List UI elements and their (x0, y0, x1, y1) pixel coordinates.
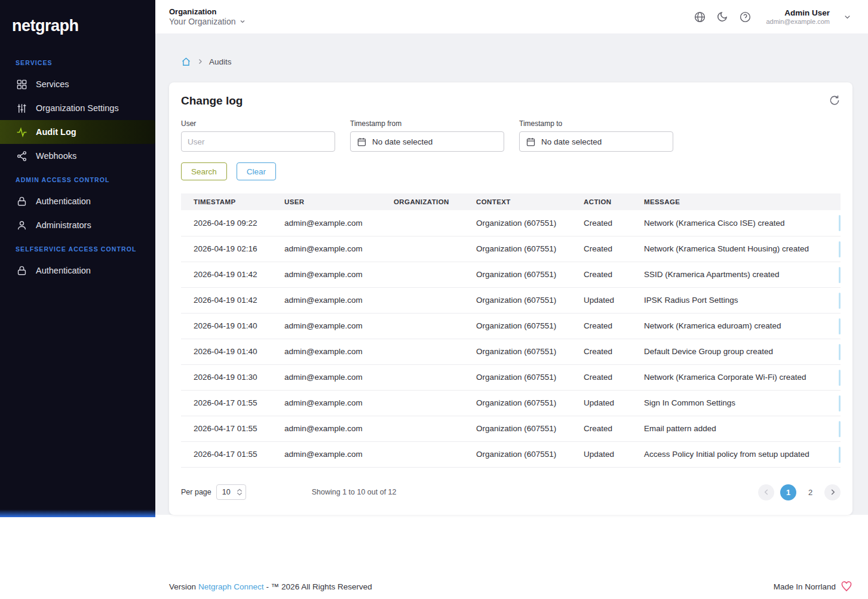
sidebar-item-webhooks[interactable]: Webhooks (0, 144, 155, 168)
audit-table-body: 2026-04-19 09:22 admin@example.com Organ… (181, 210, 841, 467)
cell-organization (381, 287, 464, 313)
cell-action: Updated (571, 287, 631, 313)
clear-button[interactable]: Clear (237, 162, 276, 180)
cell-context: Organization (607551) (464, 313, 571, 339)
dark-mode-moon-icon[interactable] (716, 10, 729, 23)
row-detail-indicator[interactable] (839, 395, 841, 411)
table-row[interactable]: 2026-04-19 01:30 admin@example.com Organ… (181, 364, 841, 390)
row-detail-indicator[interactable] (839, 344, 841, 360)
breadcrumb: Audits (169, 55, 852, 68)
cell-context: Organization (607551) (464, 236, 571, 262)
language-globe-icon[interactable] (693, 10, 706, 23)
activity-icon (16, 126, 27, 138)
sidebar-bottom-glow (0, 509, 155, 517)
cell-timestamp: 2026-04-19 01:42 (181, 287, 272, 313)
cell-timestamp: 2026-04-17 01:55 (181, 390, 272, 416)
sidebar-item-authentication-selfservice[interactable]: Authentication (0, 259, 155, 282)
timestamp-from-input[interactable]: No date selected (350, 131, 504, 152)
cell-context: Organization (607551) (464, 287, 571, 313)
per-page-input-box (216, 484, 246, 500)
sidebar-item-label: Audit Log (36, 127, 76, 137)
sidebar-item-services[interactable]: Services (0, 72, 155, 96)
lock-icon (16, 195, 27, 207)
pagination-next-button[interactable] (824, 484, 841, 500)
sidebar-item-administrators[interactable]: Administrators (0, 213, 155, 237)
cell-timestamp: 2026-04-19 01:40 (181, 313, 272, 339)
user-filter-label: User (181, 119, 335, 128)
home-icon[interactable] (181, 57, 191, 67)
cell-user: admin@example.com (272, 313, 381, 339)
row-detail-indicator[interactable] (839, 241, 841, 257)
chevron-right-icon (829, 488, 837, 496)
sidebar-item-organization-settings[interactable]: Organization Settings (0, 96, 155, 120)
cell-action: Created (571, 416, 631, 441)
pagination-prev-button[interactable] (758, 484, 774, 500)
per-page-input[interactable] (222, 488, 237, 496)
cell-timestamp: 2026-04-19 02:16 (181, 236, 272, 262)
row-detail-indicator[interactable] (839, 215, 841, 231)
sidebar-section-services: SERVICES (0, 51, 155, 72)
share-icon (16, 150, 27, 162)
user-filter-input[interactable] (181, 131, 335, 152)
table-row[interactable]: 2026-04-17 01:55 admin@example.com Organ… (181, 390, 841, 416)
row-detail-indicator[interactable] (839, 267, 841, 283)
cell-context: Organization (607551) (464, 441, 571, 467)
sidebar-item-label: Authentication (36, 266, 91, 275)
per-page-stepper[interactable] (237, 489, 243, 496)
user-icon (16, 219, 27, 231)
refresh-icon[interactable] (829, 94, 841, 106)
row-detail-indicator[interactable] (839, 293, 841, 309)
help-icon[interactable] (738, 10, 752, 23)
col-header-context: Context (464, 193, 571, 210)
cell-organization (381, 441, 464, 467)
user-menu[interactable]: Admin User admin@example.com (766, 8, 830, 25)
table-row[interactable]: 2026-04-19 02:16 admin@example.com Organ… (181, 236, 841, 262)
table-row[interactable]: 2026-04-19 01:40 admin@example.com Organ… (181, 339, 841, 364)
cell-action: Created (571, 364, 631, 390)
row-detail-indicator[interactable] (839, 370, 841, 386)
app-logo: netgraph (0, 0, 155, 51)
pagination: 1 2 (758, 484, 841, 500)
sidebar-item-authentication-admin[interactable]: Authentication (0, 189, 155, 213)
lock-icon (16, 265, 27, 277)
table-row[interactable]: 2026-04-19 01:42 admin@example.com Organ… (181, 287, 841, 313)
pagination-page-2[interactable]: 2 (802, 484, 818, 500)
row-detail-indicator[interactable] (839, 447, 841, 463)
sidebar-item-label: Webhooks (36, 151, 76, 161)
made-in-label: Made In Norrland (774, 582, 836, 591)
sidebar-item-label: Authentication (36, 196, 91, 206)
sidebar-section-selfservice-access: SELFSERVICE ACCESS CONTROL (0, 237, 155, 259)
main-column: Organization Your Organization Admin Use… (155, 0, 868, 599)
grid-icon (16, 78, 27, 90)
breadcrumb-chevron-icon (197, 58, 204, 65)
table-row[interactable]: 2026-04-19 09:22 admin@example.com Organ… (181, 210, 841, 236)
table-row[interactable]: 2026-04-17 01:55 admin@example.com Organ… (181, 441, 841, 467)
cell-message: Default Device Group group created (631, 339, 841, 364)
col-header-message: Message (631, 193, 841, 210)
cell-action: Created (571, 236, 631, 262)
search-button[interactable]: Search (181, 162, 227, 180)
netgraph-connect-link[interactable]: Netgraph Connect (198, 582, 264, 591)
cell-context: Organization (607551) (464, 390, 571, 416)
timestamp-to-label: Timestamp to (519, 119, 673, 128)
row-detail-indicator[interactable] (839, 318, 841, 334)
cell-timestamp: 2026-04-19 09:22 (181, 210, 272, 236)
cell-timestamp: 2026-04-19 01:42 (181, 262, 272, 287)
row-detail-indicator[interactable] (839, 421, 841, 437)
cell-user: admin@example.com (272, 262, 381, 287)
cell-organization (381, 262, 464, 287)
showing-summary: Showing 1 to 10 out of 12 (312, 488, 397, 496)
sidebar-item-audit-log[interactable]: Audit Log (0, 120, 155, 144)
user-menu-chevron-icon[interactable] (841, 10, 854, 23)
organization-selector[interactable]: Organization Your Organization (169, 7, 246, 26)
sidebar-section-admin-access: ADMIN ACCESS CONTROL (0, 168, 155, 189)
table-row[interactable]: 2026-04-17 01:55 admin@example.com Organ… (181, 416, 841, 441)
table-row[interactable]: 2026-04-19 01:40 admin@example.com Organ… (181, 313, 841, 339)
page-footer: Version Netgraph Connect - ™ 2026 All Ri… (155, 580, 868, 599)
timestamp-to-input[interactable]: No date selected (519, 131, 673, 152)
calendar-icon (357, 137, 367, 147)
sidebar-item-label: Organization Settings (36, 103, 119, 113)
pagination-page-1[interactable]: 1 (780, 484, 796, 500)
chevron-down-icon (239, 18, 246, 25)
table-row[interactable]: 2026-04-19 01:42 admin@example.com Organ… (181, 262, 841, 287)
